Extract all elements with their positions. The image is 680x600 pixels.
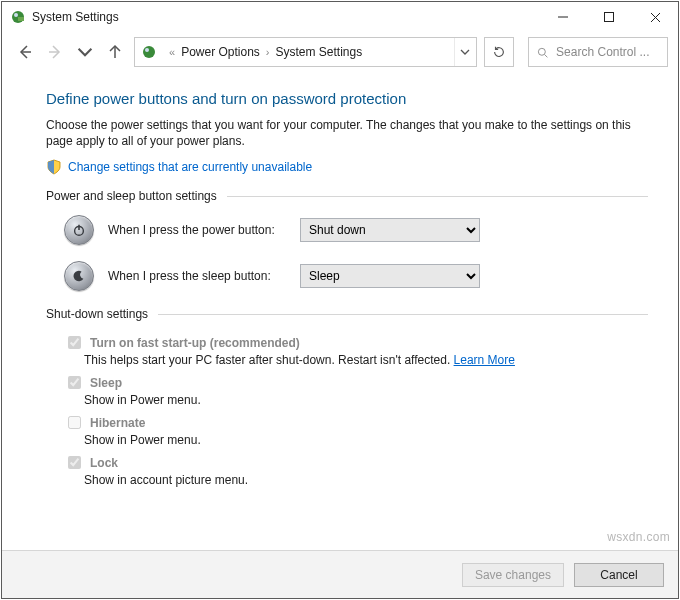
divider	[227, 196, 648, 197]
svg-line-10	[545, 54, 548, 57]
cancel-button[interactable]: Cancel	[574, 563, 664, 587]
search-box[interactable]	[528, 37, 668, 67]
unlock-settings-link[interactable]: Change settings that are currently unava…	[68, 160, 312, 174]
page-title: Define power buttons and turn on passwor…	[46, 90, 648, 107]
lock-desc: Show in account picture menu.	[84, 473, 648, 487]
titlebar: System Settings	[2, 2, 678, 32]
svg-point-9	[538, 48, 545, 55]
minimize-button[interactable]	[540, 2, 586, 32]
sleep-icon	[64, 261, 94, 291]
search-input[interactable]	[554, 44, 659, 60]
fast-startup-checkbox	[68, 336, 81, 349]
svg-rect-4	[605, 13, 614, 22]
watermark: wsxdn.com	[607, 530, 670, 544]
shield-icon	[46, 159, 62, 175]
svg-point-1	[14, 13, 18, 17]
hibernate-checkbox	[68, 416, 81, 429]
save-button: Save changes	[462, 563, 564, 587]
lock-checkbox	[68, 456, 81, 469]
section-shutdown: Shut-down settings	[46, 307, 148, 321]
divider	[158, 314, 648, 315]
sleep-label: Sleep	[90, 376, 122, 390]
sleep-button-label: When I press the sleep button:	[108, 269, 286, 283]
svg-rect-2	[18, 17, 24, 21]
address-bar[interactable]: « Power Options › System Settings	[134, 37, 477, 67]
forward-button	[44, 41, 66, 63]
lock-label: Lock	[90, 456, 118, 470]
up-button[interactable]	[104, 41, 126, 63]
breadcrumb-power-options[interactable]: Power Options	[181, 45, 260, 59]
hibernate-label: Hibernate	[90, 416, 145, 430]
breadcrumb-system-settings[interactable]: System Settings	[276, 45, 363, 59]
app-icon	[10, 9, 26, 25]
window: System Settings	[1, 1, 679, 599]
sleep-button-select[interactable]: Do nothingSleepHibernateShut down	[300, 264, 480, 288]
maximize-button[interactable]	[586, 2, 632, 32]
power-icon	[64, 215, 94, 245]
address-dropdown[interactable]	[454, 38, 474, 66]
content-area: Define power buttons and turn on passwor…	[2, 72, 678, 550]
sleep-desc: Show in Power menu.	[84, 393, 648, 407]
refresh-button[interactable]	[484, 37, 514, 67]
close-button[interactable]	[632, 2, 678, 32]
learn-more-link[interactable]: Learn More	[454, 353, 515, 367]
fast-startup-desc: This helps start your PC faster after sh…	[84, 353, 648, 367]
breadcrumb-separator: «	[169, 46, 175, 58]
power-button-label: When I press the power button:	[108, 223, 286, 237]
page-intro: Choose the power settings that you want …	[46, 117, 648, 149]
sleep-checkbox	[68, 376, 81, 389]
breadcrumb-icon	[141, 44, 157, 60]
hibernate-desc: Show in Power menu.	[84, 433, 648, 447]
window-title: System Settings	[32, 10, 119, 24]
history-dropdown[interactable]	[74, 41, 96, 63]
svg-point-7	[143, 46, 155, 58]
footer: Save changes Cancel	[2, 550, 678, 598]
svg-point-8	[145, 48, 149, 52]
nav-row: « Power Options › System Settings	[2, 32, 678, 72]
power-button-select[interactable]: Do nothingSleepHibernateShut down	[300, 218, 480, 242]
back-button[interactable]	[14, 41, 36, 63]
section-power-sleep: Power and sleep button settings	[46, 189, 217, 203]
search-icon	[537, 46, 548, 59]
chevron-right-icon: ›	[266, 46, 270, 58]
fast-startup-label: Turn on fast start-up (recommended)	[90, 336, 300, 350]
